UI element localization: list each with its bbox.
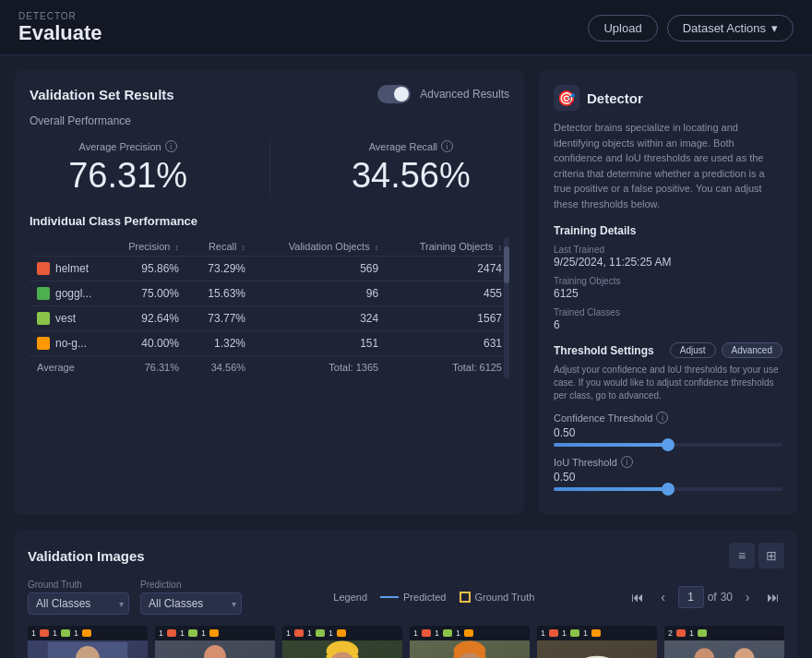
class-color-swatch	[37, 337, 50, 350]
class-name: goggl...	[55, 287, 91, 300]
validation-images-section: Validation Images ≡ ⊞ Ground Truth All C…	[15, 530, 797, 658]
list-icon: ≡	[738, 548, 746, 563]
trained-classes-row: Trained Classes 6	[554, 307, 782, 331]
image-card-5[interactable]: 1 1 1 1 1	[537, 626, 657, 658]
avg-precision-value: 76.31%	[68, 156, 187, 196]
training-details-title: Training Details	[554, 224, 782, 237]
table-row[interactable]: vest 92.64% 73.77% 324 1567	[30, 306, 509, 331]
class-color-swatch	[37, 262, 50, 275]
last-trained-value: 9/25/2024, 11:25:25 AM	[554, 256, 782, 269]
col-val-objects[interactable]: Validation Objects ↕	[253, 237, 386, 257]
table-row[interactable]: helmet 95.86% 73.29% 569 2474	[30, 257, 509, 281]
indicator-dot	[337, 629, 346, 637]
filter-row: Ground Truth All Classes ▾ Prediction Al…	[28, 580, 784, 615]
prev-page-button[interactable]: ‹	[652, 586, 675, 608]
toggle-knob	[394, 87, 409, 102]
validation-header: Validation Set Results Advanced Results	[30, 85, 509, 103]
recall-cell: 73.29%	[186, 257, 253, 281]
detector-icon: 🎯	[554, 85, 579, 111]
image-thumb-6	[664, 640, 784, 658]
precision-cell: 92.64%	[103, 306, 186, 331]
brain-icon: 🎯	[557, 90, 576, 107]
prediction-label: Prediction	[140, 580, 242, 590]
advanced-results-toggle[interactable]	[377, 85, 411, 103]
overall-performance-label: Overall Performance	[30, 114, 509, 127]
adjust-button[interactable]: Adjust	[670, 342, 716, 358]
trained-classes-label: Trained Classes	[554, 307, 782, 317]
image-1-top-indicators: 1 1 1	[28, 626, 148, 640]
prediction-select[interactable]: All Classes	[140, 592, 242, 615]
class-performance-section: Individual Class Performance Precision ↕…	[30, 214, 509, 378]
ground-truth-select-wrapper: All Classes ▾	[28, 592, 129, 615]
indicator-dot	[443, 629, 452, 637]
indicator-dot	[422, 629, 431, 637]
prediction-select-wrapper: All Classes ▾	[140, 592, 242, 615]
list-view-button[interactable]: ≡	[729, 543, 755, 568]
upload-button[interactable]: Upload	[588, 15, 657, 42]
confidence-threshold-label: Confidence Threshold i	[554, 412, 782, 424]
total-pages: 30	[721, 591, 733, 604]
ground-truth-select[interactable]: All Classes	[28, 592, 129, 615]
class-name: no-g...	[55, 337, 87, 350]
ground-truth-filter-group: Ground Truth All Classes ▾	[28, 580, 129, 615]
table-row[interactable]: no-g... 40.00% 1.32% 151 631	[30, 331, 509, 356]
threshold-title: Threshold Settings	[554, 344, 654, 357]
average-precision: 76.31%	[103, 356, 186, 379]
precision-info-icon[interactable]: i	[165, 140, 177, 152]
last-page-button[interactable]: ⏭	[762, 586, 784, 608]
first-page-button[interactable]: ⏮	[627, 586, 649, 608]
recall-info-icon[interactable]: i	[441, 140, 453, 152]
class-name: helmet	[55, 262, 89, 275]
threshold-description: Adjust your confidence and IoU threshold…	[554, 364, 782, 402]
validation-panel: Validation Set Results Advanced Results …	[15, 70, 524, 515]
recall-cell: 1.32%	[186, 331, 253, 356]
iou-slider[interactable]	[554, 487, 782, 491]
image-card-3[interactable]: 1 1 1 1 1	[282, 626, 402, 658]
image-4-top-indicators: 1 1 1	[410, 626, 530, 640]
col-recall[interactable]: Recall ↕	[186, 237, 253, 257]
confidence-slider[interactable]	[554, 443, 782, 447]
legend-ground-truth: Ground Truth	[460, 592, 535, 603]
col-precision[interactable]: Precision ↕	[103, 237, 186, 257]
detector-title: Detector	[587, 90, 643, 106]
image-card-1[interactable]: 1 1 1 1	[28, 626, 148, 658]
validation-images-header: Validation Images ≡ ⊞	[28, 543, 784, 568]
last-trained-row: Last Trained 9/25/2024, 11:25:25 AM	[554, 245, 782, 269]
image-6-top-indicators: 2 1	[664, 626, 784, 640]
advanced-toggle-label: Advanced Results	[420, 88, 509, 101]
validation-images-title: Validation Images	[28, 548, 145, 564]
trained-classes-value: 6	[554, 318, 782, 331]
table-row[interactable]: goggl... 75.00% 15.63% 96 455	[30, 281, 509, 306]
chevron-down-icon: ▾	[771, 21, 778, 35]
col-train-objects[interactable]: Training Objects ↕	[386, 237, 509, 257]
train-objects-cell: 1567	[386, 306, 509, 331]
dataset-actions-button[interactable]: Dataset Actions ▾	[667, 15, 794, 42]
grid-icon: ⊞	[766, 548, 777, 563]
threshold-buttons: Adjust Advanced	[670, 342, 782, 358]
legend-row: Legend Predicted Ground Truth	[333, 592, 534, 603]
svg-point-30	[734, 648, 755, 658]
advanced-button[interactable]: Advanced	[722, 342, 782, 358]
class-cell: helmet	[30, 257, 103, 281]
val-objects-cell: 151	[253, 331, 386, 356]
detector-description: Detector brains specialize in locating a…	[554, 120, 782, 211]
training-objects-label: Training Objects	[554, 276, 782, 286]
image-5-top-indicators: 1 1 1	[537, 626, 657, 640]
image-card-2[interactable]: 1 1 1 1 1	[155, 626, 275, 658]
confidence-value: 0.50	[554, 426, 782, 439]
avg-recall-label: Average Recall i	[352, 140, 471, 152]
class-cell: goggl...	[30, 281, 103, 306]
image-card-4[interactable]: 1 1 1 1	[410, 626, 530, 658]
ground-truth-label: Ground Truth	[28, 580, 129, 590]
grid-view-button[interactable]: ⊞	[758, 543, 784, 568]
iou-info-icon[interactable]: i	[621, 456, 633, 468]
image-thumb-4	[410, 640, 530, 658]
indicator-dot	[61, 629, 70, 637]
val-objects-cell: 96	[253, 281, 386, 306]
confidence-info-icon[interactable]: i	[656, 412, 668, 424]
predicted-line-icon	[380, 596, 399, 598]
image-card-6[interactable]: 2 1 2	[664, 626, 784, 658]
train-objects-cell: 2474	[386, 257, 509, 281]
next-page-button[interactable]: ›	[736, 586, 758, 608]
average-train-total: Total: 6125	[386, 356, 509, 379]
